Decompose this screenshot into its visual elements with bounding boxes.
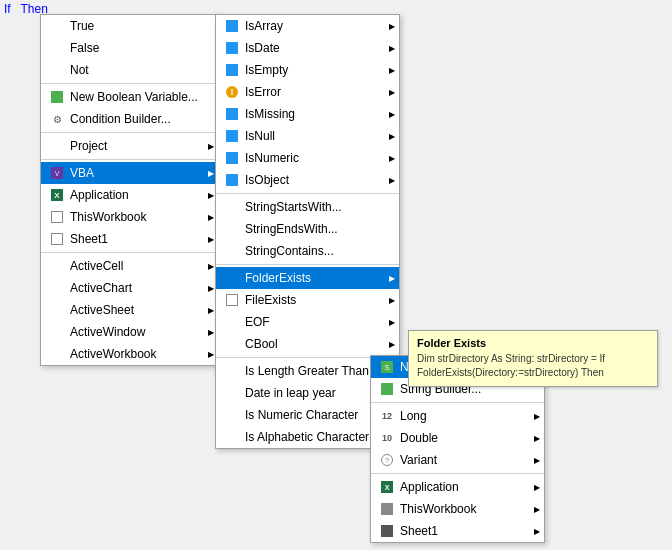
menu-item-label-isempty: IsEmpty [245, 63, 379, 77]
menu-item-label-isnumeric: IsNumeric [245, 151, 379, 165]
menu-item-label-sheet1: Sheet1 [70, 232, 198, 246]
menu-separator [371, 402, 544, 403]
menu-item-double[interactable]: 10Double▶ [371, 427, 544, 449]
menu-item-label-sheet1: Sheet1 [400, 524, 524, 538]
menu-item-variant[interactable]: ?Variant▶ [371, 449, 544, 471]
empty-icon [224, 429, 240, 445]
empty-icon [49, 62, 65, 78]
doc-icon [49, 209, 65, 225]
submenu-arrow-icon: ▶ [534, 412, 540, 421]
blue-square-icon [224, 172, 240, 188]
menu-item-long[interactable]: 12Long▶ [371, 405, 544, 427]
submenu-arrow-icon: ▶ [389, 88, 395, 97]
submenu-arrow-icon: ▶ [389, 44, 395, 53]
submenu-arrow-icon: ▶ [208, 328, 214, 337]
menu-item-label-ismissing: IsMissing [245, 107, 379, 121]
menu-item-stringsstartswith[interactable]: StringStartsWith... [216, 196, 399, 218]
menu-item-activechart[interactable]: ActiveChart▶ [41, 277, 218, 299]
menu-item-activeworkbook[interactable]: ActiveWorkbook▶ [41, 343, 218, 365]
empty-icon [49, 40, 65, 56]
book-icon [379, 501, 395, 517]
new-string-icon: S [379, 359, 395, 375]
menu-item-stringendswith[interactable]: StringEndsWith... [216, 218, 399, 240]
menu-item-not[interactable]: Not [41, 59, 218, 81]
menu-item-label-folderexists: FolderExists [245, 271, 379, 285]
menu-item-label-long: Long [400, 409, 524, 423]
empty-icon [49, 324, 65, 340]
menu-item-application[interactable]: XApplication▶ [371, 476, 544, 498]
menu-item-sheet1[interactable]: Sheet1▶ [41, 228, 218, 250]
menu-item-stringcontains[interactable]: StringContains... [216, 240, 399, 262]
submenu-arrow-icon: ▶ [534, 434, 540, 443]
menu-item-label-project: Project [70, 139, 198, 153]
menu-item-new-bool[interactable]: New Boolean Variable... [41, 86, 218, 108]
menu-item-activesheet[interactable]: ActiveSheet▶ [41, 299, 218, 321]
submenu-arrow-icon: ▶ [208, 284, 214, 293]
green-square-icon [49, 89, 65, 105]
menu-item-label-stringcontains: StringContains... [245, 244, 379, 258]
submenu-arrow-icon: ▶ [389, 296, 395, 305]
menu-item-true[interactable]: True [41, 15, 218, 37]
menu-item-iserror[interactable]: !IsError▶ [216, 81, 399, 103]
menu-item-isarray[interactable]: IsArray▶ [216, 15, 399, 37]
string-builder-icon [379, 381, 395, 397]
menu-item-label-eof: EOF [245, 315, 379, 329]
vba-icon: V [49, 165, 65, 181]
menu-item-sheet1[interactable]: Sheet1▶ [371, 520, 544, 542]
menu-item-isobject[interactable]: IsObject▶ [216, 169, 399, 191]
menu-item-label-islength: Is Length Greater Than 0 [245, 364, 379, 378]
menu-item-isnumeric[interactable]: IsNumeric▶ [216, 147, 399, 169]
submenu-arrow-icon: ▶ [389, 110, 395, 119]
menu-item-label-isnumchar: Is Numeric Character [245, 408, 379, 422]
empty-icon [49, 302, 65, 318]
menu-item-isdate[interactable]: IsDate▶ [216, 37, 399, 59]
menu-item-label-isnull: IsNull [245, 129, 379, 143]
menu-item-fileexists[interactable]: FileExists▶ [216, 289, 399, 311]
menu-item-thisworkbook[interactable]: ThisWorkbook▶ [41, 206, 218, 228]
menu-item-isempty[interactable]: IsEmpty▶ [216, 59, 399, 81]
menu-item-folderexists[interactable]: FolderExists▶ [216, 267, 399, 289]
sheet-icon [379, 523, 395, 539]
submenu-arrow-icon: ▶ [208, 142, 214, 151]
empty-icon [224, 199, 240, 215]
menu-item-condition-builder[interactable]: ⚙Condition Builder... [41, 108, 218, 130]
menu-item-label-new-bool: New Boolean Variable... [70, 90, 198, 104]
menu-item-label-isdate: IsDate [245, 41, 379, 55]
menu-item-ismissing[interactable]: IsMissing▶ [216, 103, 399, 125]
menu-item-project[interactable]: Project▶ [41, 135, 218, 157]
empty-icon [49, 258, 65, 274]
menu-item-activewindow[interactable]: ActiveWindow▶ [41, 321, 218, 343]
empty-icon [49, 346, 65, 362]
menu-item-thisworkbook[interactable]: ThisWorkbook▶ [371, 498, 544, 520]
menu-item-label-activeworkbook: ActiveWorkbook [70, 347, 198, 361]
submenu-arrow-icon: ▶ [534, 483, 540, 492]
submenu-arrow-icon: ▶ [534, 527, 540, 536]
menu-item-activecell[interactable]: ActiveCell▶ [41, 255, 218, 277]
empty-icon [224, 314, 240, 330]
menu-item-cbool[interactable]: CBool▶ [216, 333, 399, 355]
submenu-arrow-icon: ▶ [534, 505, 540, 514]
excel-icon: X [49, 187, 65, 203]
menu-item-isnull[interactable]: IsNull▶ [216, 125, 399, 147]
menu-item-label-vba: VBA [70, 166, 198, 180]
code-if: If [4, 2, 11, 16]
submenu-arrow-icon: ▶ [389, 274, 395, 283]
empty-icon [224, 270, 240, 286]
menu-item-application[interactable]: XApplication▶ [41, 184, 218, 206]
gear-icon: ⚙ [49, 111, 65, 127]
tooltip: Folder Exists Dim strDirectory As String… [408, 330, 658, 387]
doc-icon [224, 292, 240, 308]
menu-item-eof[interactable]: EOF▶ [216, 311, 399, 333]
menu-item-label-thisworkbook: ThisWorkbook [400, 502, 524, 516]
menu-item-false[interactable]: False [41, 37, 218, 59]
menu-item-label-thisworkbook: ThisWorkbook [70, 210, 198, 224]
menu-item-label-fileexists: FileExists [245, 293, 379, 307]
menu-item-label-condition-builder: Condition Builder... [70, 112, 198, 126]
empty-icon [224, 336, 240, 352]
menu-item-label-true: True [70, 19, 198, 33]
blue-square-icon [224, 128, 240, 144]
menu-separator [41, 132, 218, 133]
warn-icon: ! [224, 84, 240, 100]
menu-item-vba[interactable]: VVBA▶ [41, 162, 218, 184]
menu-item-label-dateleap: Date in leap year [245, 386, 379, 400]
